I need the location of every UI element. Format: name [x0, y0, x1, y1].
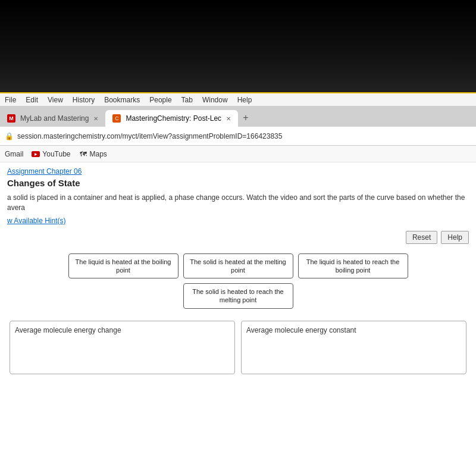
drop-zone-energy-change[interactable]: Average molecule energy change — [10, 321, 235, 374]
drop-zone-change-title: Average molecule energy change — [15, 326, 230, 334]
menu-edit[interactable]: Edit — [26, 96, 38, 104]
drop-zone-energy-constant[interactable]: Average molecule energy constant — [241, 321, 466, 374]
tab-chem[interactable]: C MasteringChemistry: Post-Lec ✕ — [105, 110, 238, 127]
drag-item-2[interactable]: The solid is heated at the melting point — [183, 253, 293, 279]
tab-chem-label: MasteringChemistry: Post-Lec — [126, 114, 221, 123]
bookmarks-bar: Gmail YouTube 🗺 Maps — [0, 146, 476, 162]
menu-file[interactable]: File — [5, 96, 16, 104]
menu-window[interactable]: Window — [202, 96, 228, 104]
address-text[interactable]: session.masteringchemistry.com/myct/item… — [17, 132, 471, 140]
assignment-label[interactable]: Assignment Chapter 06 — [7, 167, 469, 176]
youtube-label: YouTube — [42, 150, 70, 158]
tab-add-button[interactable]: + — [238, 110, 253, 126]
address-bar: 🔒 session.masteringchemistry.com/myct/it… — [0, 127, 476, 146]
youtube-icon — [32, 151, 40, 157]
bookmark-gmail[interactable]: Gmail — [5, 150, 23, 158]
menu-bookmarks[interactable]: Bookmarks — [104, 96, 140, 104]
drag-item-1[interactable]: The liquid is heated at the boiling poin… — [68, 253, 178, 279]
tab-bar: M MyLab and Mastering ✕ C MasteringChemi… — [0, 107, 476, 127]
drop-zone-constant-title: Average molecule energy constant — [246, 326, 461, 334]
tab-chem-close[interactable]: ✕ — [226, 115, 231, 122]
menu-people[interactable]: People — [149, 96, 171, 104]
page-title: Changes of State — [7, 178, 469, 188]
page-content: Assignment Chapter 06 Changes of State a… — [0, 162, 476, 476]
help-button[interactable]: Help — [441, 231, 469, 244]
bookmark-maps[interactable]: 🗺 Maps — [79, 150, 107, 158]
drag-item-4[interactable]: The solid is heated to reach the melting… — [183, 283, 293, 309]
drag-item-3[interactable]: The liquid is heated to reach the boilin… — [298, 253, 408, 279]
tab-mylab-close[interactable]: ✕ — [93, 115, 98, 122]
lock-icon: 🔒 — [5, 132, 14, 140]
menu-help[interactable]: Help — [237, 96, 252, 104]
bezel-top — [0, 0, 476, 92]
tab-mylab[interactable]: M MyLab and Mastering ✕ — [0, 110, 105, 127]
chem-favicon: C — [112, 114, 121, 123]
menu-bar: File Edit View History Bookmarks People … — [0, 92, 476, 107]
action-buttons: Reset Help — [7, 231, 469, 244]
menu-view[interactable]: View — [48, 96, 63, 104]
drop-zones: Average molecule energy change Average m… — [7, 321, 469, 374]
instruction-text: a solid is placed in a container and hea… — [7, 193, 469, 213]
gmail-label: Gmail — [5, 150, 23, 158]
menu-history[interactable]: History — [73, 96, 95, 104]
browser-window: File Edit View History Bookmarks People … — [0, 92, 476, 476]
drag-items-area: The liquid is heated at the boiling poin… — [7, 250, 469, 312]
tab-mylab-label: MyLab and Mastering — [20, 114, 89, 123]
menu-tab[interactable]: Tab — [181, 96, 193, 104]
reset-button[interactable]: Reset — [406, 231, 437, 244]
bookmark-youtube[interactable]: YouTube — [32, 150, 70, 158]
mylab-favicon: M — [7, 114, 15, 123]
maps-label: Maps — [90, 150, 107, 158]
maps-icon: 🗺 — [79, 150, 87, 158]
hint-link[interactable]: w Available Hint(s) — [7, 217, 469, 225]
